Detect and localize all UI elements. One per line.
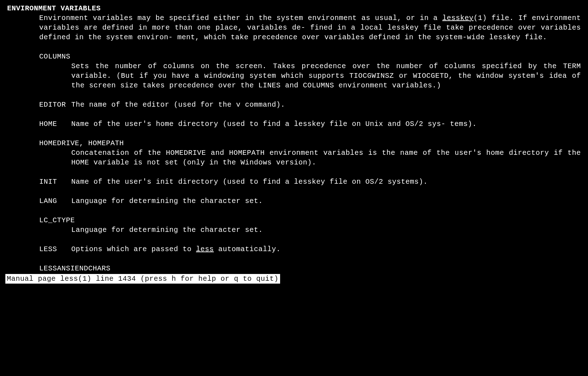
less-link: less <box>196 245 214 253</box>
var-homedrive-desc: Concatenation of the HOMEDRIVE and HOMEP… <box>71 148 581 167</box>
intro-text-1: Environment variables may be specified e… <box>39 14 442 22</box>
var-columns-desc: Sets the number of columns on the screen… <box>71 61 581 90</box>
blank-line <box>7 235 581 244</box>
var-less-name: LESS <box>39 244 71 254</box>
blank-line <box>7 90 581 100</box>
var-lessansiendchars-name: LESSANSIENDCHARS <box>39 264 110 273</box>
var-init: INIT Name of the user's init directory (… <box>39 177 581 187</box>
blank-line <box>7 42 581 52</box>
var-home-desc: Name of the user's home directory (used … <box>71 119 581 129</box>
intro-paragraph: Environment variables may be specified e… <box>39 13 581 42</box>
var-editor-desc: The name of the editor (used for the v c… <box>71 100 581 110</box>
var-lang: LANG Language for determining the charac… <box>39 196 581 206</box>
intro-linknum: (1) <box>474 14 487 22</box>
blank-line <box>7 254 581 264</box>
var-columns-name: COLUMNS <box>39 52 71 61</box>
var-init-desc: Name of the user's init directory (used … <box>71 177 581 187</box>
var-lang-name: LANG <box>39 196 71 206</box>
var-home-name: HOME <box>39 119 71 129</box>
var-home: HOME Name of the user's home directory (… <box>39 119 581 129</box>
var-less-desc-post: automatically. <box>214 245 281 253</box>
blank-line <box>7 206 581 215</box>
status-bar[interactable]: Manual page less(1) line 1434 (press h f… <box>5 274 280 284</box>
blank-line <box>7 129 581 138</box>
var-columns: COLUMNS Sets the number of columns on th… <box>39 52 581 90</box>
var-init-name: INIT <box>39 177 71 187</box>
var-lang-desc: Language for determining the character s… <box>71 196 581 206</box>
blank-line <box>7 187 581 196</box>
var-less-desc-pre: Options which are passed to <box>71 245 196 253</box>
var-less-desc: Options which are passed to less automat… <box>71 244 581 254</box>
var-homedrive: HOMEDRIVE, HOMEPATH Concatenation of the… <box>39 138 581 167</box>
lesskey-link: lesskey <box>442 14 474 22</box>
section-header: ENVIRONMENT VARIABLES <box>7 4 581 13</box>
var-less: LESS Options which are passed to less au… <box>39 244 581 254</box>
var-homedrive-name: HOMEDRIVE, HOMEPATH <box>39 138 124 148</box>
var-editor: EDITOR The name of the editor (used for … <box>39 100 581 110</box>
var-lc-ctype: LC_CTYPE Language for determining the ch… <box>39 215 581 235</box>
var-lessansiendchars: LESSANSIENDCHARS <box>39 264 581 273</box>
var-lc-ctype-desc: Language for determining the character s… <box>71 225 581 235</box>
blank-line <box>7 167 581 177</box>
var-lc-ctype-name: LC_CTYPE <box>39 215 75 225</box>
var-editor-name: EDITOR <box>39 100 71 110</box>
blank-line <box>7 110 581 119</box>
